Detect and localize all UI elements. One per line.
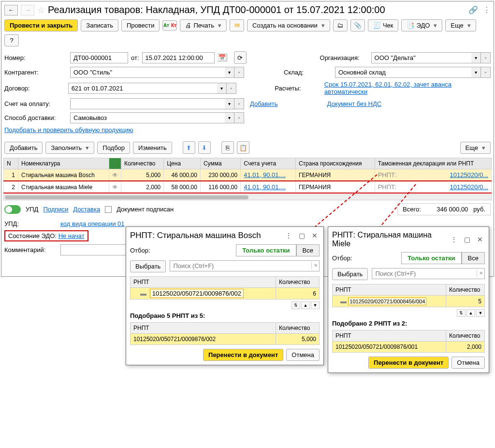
select-button[interactable]: Выбрать: [130, 260, 166, 272]
edo-button[interactable]: 📑 ЭДО: [401, 19, 442, 31]
warehouse-dropdown[interactable]: ▾: [471, 67, 481, 78]
org-dropdown[interactable]: ▾: [471, 52, 481, 63]
invoice-input[interactable]: [70, 98, 225, 109]
printer-icon: 🖨: [185, 22, 191, 29]
help-button[interactable]: ?: [4, 34, 19, 46]
popup-close-icon[interactable]: ✕: [310, 232, 320, 239]
create-based-button[interactable]: Создать на основании: [247, 19, 330, 31]
comment-input[interactable]: [60, 244, 128, 255]
back-button[interactable]: ←: [4, 5, 18, 15]
warehouse-open[interactable]: ▫: [481, 67, 491, 78]
mail-button[interactable]: ✉: [230, 19, 244, 31]
table-add-button[interactable]: Добавить: [4, 142, 43, 154]
number-label: Номер:: [4, 54, 67, 61]
more-menu-icon[interactable]: ⋮: [483, 5, 491, 15]
receipt-icon: 🧾: [373, 22, 381, 29]
doc-no-vat-link[interactable]: Документ без НДС: [327, 100, 381, 107]
post-and-close-button[interactable]: Провести и закрыть: [4, 19, 78, 31]
search-input[interactable]: [170, 260, 320, 271]
date-input[interactable]: [142, 52, 215, 63]
signs-link[interactable]: Подписи: [43, 206, 68, 213]
calc-label: Расчеты:: [275, 85, 321, 92]
refresh-icon[interactable]: ⟳: [234, 51, 247, 64]
eye-icon[interactable]: 👁: [109, 169, 121, 181]
counterparty-open[interactable]: ▫: [234, 67, 244, 78]
upd-toggle[interactable]: [4, 205, 21, 214]
only-remains-tab[interactable]: Только остатки: [401, 252, 461, 264]
doc-signed-checkbox[interactable]: [105, 206, 112, 213]
number-input[interactable]: [70, 52, 128, 63]
upd-code-label: УПД:: [4, 220, 58, 227]
clip-icon: 📎: [354, 22, 362, 29]
forward-button[interactable]: →: [21, 5, 34, 15]
table-row[interactable]: 1 Стиральная машина Bosch 👁 5,000 46 000…: [4, 169, 492, 181]
invoice-open[interactable]: ▫: [234, 98, 244, 109]
contract-dropdown[interactable]: ▾: [217, 83, 227, 94]
delivery-label: Способ доставки:: [4, 114, 67, 121]
org-input[interactable]: [371, 52, 471, 63]
more-button[interactable]: Еще: [445, 19, 476, 31]
print-button[interactable]: 🖨 Печать: [180, 19, 227, 31]
popup-menu-icon[interactable]: ⋮: [449, 236, 459, 243]
popup-close-icon[interactable]: ✕: [475, 236, 485, 243]
delivery-open[interactable]: ▫: [234, 112, 244, 123]
shoe-link[interactable]: Подобрать и проверить обувную продукцию: [4, 126, 133, 134]
counterparty-input[interactable]: [70, 67, 225, 78]
table-more-button[interactable]: Еще: [460, 142, 491, 154]
table-edit-button[interactable]: Изменить: [133, 142, 172, 154]
check-button[interactable]: 🧾 Чек: [368, 19, 399, 31]
filter-label: Отбор:: [130, 247, 150, 254]
invoice-label: Счет на оплату:: [4, 100, 67, 107]
counterparty-dropdown[interactable]: ▾: [225, 67, 234, 78]
popup-title: РНПТ: Стиральная машина Miele: [332, 231, 446, 248]
table-select-button[interactable]: Подбор: [97, 142, 130, 154]
popup-menu-icon[interactable]: ⋮: [283, 232, 294, 239]
doc-signed-label: Документ подписан: [116, 206, 174, 213]
table-fill-button[interactable]: Заполнить: [45, 142, 94, 154]
calc-link[interactable]: Срок 15.07.2021, 62.01, 62.02, зачет ава…: [324, 81, 491, 95]
from-label: от:: [131, 54, 139, 61]
paste-button[interactable]: 📋: [237, 141, 249, 154]
warehouse-input[interactable]: [335, 67, 471, 78]
op-code-link[interactable]: код вида операции 01: [60, 220, 125, 227]
clear-search-icon[interactable]: ×: [477, 269, 483, 277]
calendar-icon[interactable]: 📅: [218, 54, 227, 61]
popup-maximize-icon[interactable]: ▢: [297, 232, 307, 239]
add-link[interactable]: Добавить: [250, 100, 277, 107]
comment-label: Комментарий:: [4, 246, 58, 254]
save-button[interactable]: Записать: [81, 19, 118, 31]
move-up-button[interactable]: ⬆: [183, 141, 195, 154]
all-tab[interactable]: Все: [296, 244, 320, 256]
delivery-link[interactable]: Доставка: [73, 206, 100, 213]
contract-open[interactable]: ▫: [227, 83, 236, 94]
post-button[interactable]: Провести: [121, 19, 160, 31]
copy-button[interactable]: ⎘: [221, 141, 234, 154]
delivery-dropdown[interactable]: ▾: [225, 112, 234, 123]
contract-label: Договор:: [4, 85, 65, 92]
items-table[interactable]: N Номенклатура Количество Цена Сумма Сче…: [3, 158, 492, 194]
edo-state-link[interactable]: Не начат: [58, 232, 85, 239]
move-down-button[interactable]: ⬇: [198, 141, 211, 154]
table-row[interactable]: 2 Стиральная машина Miele 👁 2,000 58 000…: [4, 181, 492, 193]
structure-button[interactable]: 🗂: [333, 19, 348, 31]
eye-icon[interactable]: 👁: [109, 181, 121, 193]
invoice-dropdown[interactable]: ▾: [225, 98, 234, 109]
favorite-icon[interactable]: ☆: [37, 5, 45, 15]
delivery-input[interactable]: [70, 112, 225, 123]
popup-maximize-icon[interactable]: ▢: [462, 236, 472, 243]
col-price: Цена: [164, 158, 201, 169]
org-open[interactable]: ▫: [481, 52, 491, 63]
clear-search-icon[interactable]: ×: [311, 262, 318, 269]
col-qty: Количество: [121, 158, 163, 169]
all-tab[interactable]: Все: [462, 252, 485, 264]
dtct-button[interactable]: АтКт: [162, 20, 177, 30]
col-country: Страна происхождения: [295, 158, 375, 169]
mail-icon: ✉: [234, 22, 240, 29]
search-input[interactable]: [372, 268, 485, 278]
link-icon[interactable]: 🔗: [468, 5, 478, 15]
only-remains-tab[interactable]: Только остатки: [236, 244, 296, 256]
horizontal-scrollbar[interactable]: [3, 194, 492, 200]
attach-button[interactable]: 📎: [350, 19, 365, 31]
select-button[interactable]: Выбрать: [332, 268, 368, 278]
contract-input[interactable]: [68, 83, 217, 94]
